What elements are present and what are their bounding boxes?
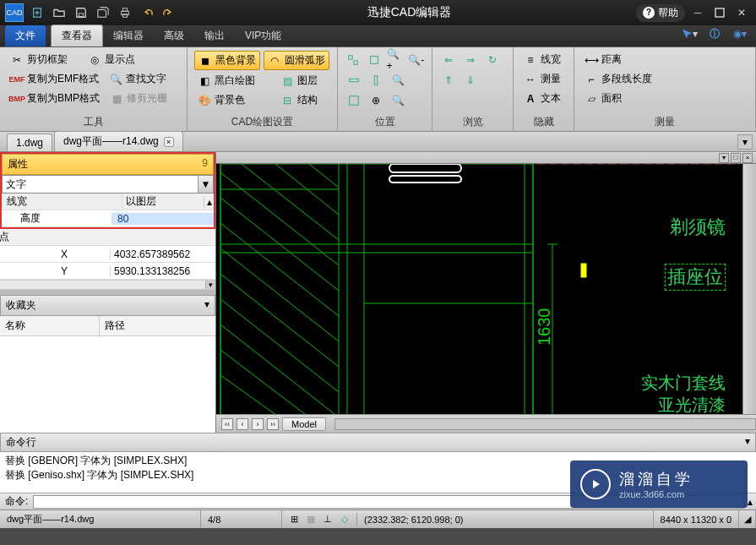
pos-btn-4[interactable]: 🔍- — [407, 51, 425, 69]
black-bg-button[interactable]: ◼黑色背景 — [194, 51, 260, 70]
height-input[interactable] — [116, 213, 214, 225]
fav-dropdown-icon[interactable]: ▾ — [204, 298, 209, 313]
layer-button[interactable]: ▤图层 — [277, 72, 321, 90]
properties-header[interactable]: 属性 9 — [2, 154, 214, 175]
model-nav-last[interactable]: ›› — [267, 418, 279, 430]
favorites-list[interactable] — [0, 336, 215, 433]
prop-row-y[interactable]: Y5930.133138256 — [0, 263, 215, 280]
pos-btn-5[interactable] — [345, 71, 363, 90]
ribbon-group-label: 隐藏 — [520, 113, 567, 131]
model-nav-first[interactable]: ‹‹ — [221, 418, 233, 430]
struct-button[interactable]: ⊟结构 — [277, 91, 321, 109]
model-tab[interactable]: Model — [282, 417, 326, 431]
fav-col-path[interactable]: 路径 — [100, 316, 130, 335]
vertical-scrollbar[interactable] — [742, 164, 756, 414]
clip-frame-button[interactable]: ✂剪切框架 — [7, 51, 71, 68]
grid-icon[interactable]: ▦ — [304, 513, 318, 526]
canvas-mini-2[interactable]: □ — [731, 153, 741, 163]
redo-button[interactable] — [160, 4, 177, 21]
menu-file[interactable]: 文件 — [5, 25, 46, 46]
bg-color-button[interactable]: 🎨背景色 — [194, 91, 248, 109]
lineweight-button[interactable]: ≡线宽 — [520, 51, 567, 68]
menu-tab-advanced[interactable]: 高级 — [154, 25, 194, 46]
snap-icon[interactable]: ⊞ — [287, 513, 301, 526]
close-button[interactable]: ✕ — [732, 4, 751, 21]
undo-button[interactable] — [139, 4, 155, 21]
menu-tab-viewer[interactable]: 查看器 — [51, 25, 103, 46]
pos-btn-2[interactable] — [366, 51, 383, 69]
measure-toggle-button[interactable]: ↔测量 — [520, 70, 567, 88]
nav-down[interactable]: ⇓ — [461, 71, 480, 90]
doc-tab-1[interactable]: 1.dwg — [7, 134, 52, 151]
pos-btn-10[interactable]: 🔍 — [389, 91, 407, 110]
fav-col-name[interactable]: 名称 — [0, 316, 100, 335]
horizontal-scrollbar[interactable] — [334, 418, 756, 430]
cmd-dropdown-icon[interactable]: ▾ — [745, 435, 750, 450]
nav-right[interactable]: ⇒ — [461, 51, 480, 69]
open-button[interactable] — [51, 4, 68, 21]
pos-btn-9[interactable]: ⊕ — [367, 91, 385, 110]
copy-emf-button[interactable]: EMF复制为EMF格式 — [7, 70, 102, 88]
help-button[interactable]: ?帮助 — [636, 4, 685, 22]
status-file: dwg平面——r14.dwg — [0, 510, 201, 528]
combo-input[interactable] — [3, 176, 198, 193]
combo-dropdown[interactable]: ▼ — [198, 176, 213, 193]
status-coords: (2332.382; 6120.998; 0) — [357, 510, 654, 528]
new-button[interactable] — [29, 4, 46, 21]
save-button[interactable] — [73, 4, 90, 21]
pos-btn-6[interactable] — [367, 71, 385, 90]
svg-rect-3 — [122, 8, 127, 12]
find-text-button[interactable]: 🔍查找文字 — [106, 70, 170, 88]
copy-bmp-button[interactable]: BMP复制为BMP格式 — [7, 90, 103, 107]
saveall-button[interactable] — [95, 4, 111, 21]
prop-section-point[interactable]: -点 — [0, 229, 215, 246]
drawing-canvas[interactable]: 1630 剃须镜 插座位 实木门套线 亚光清漆 — [216, 164, 742, 414]
status-corner[interactable]: ◢ — [739, 510, 756, 528]
doc-tab-2[interactable]: dwg平面——r14.dwg× — [54, 131, 183, 151]
nav-refresh[interactable]: ↻ — [483, 51, 502, 69]
area-button[interactable]: ▱面积 — [581, 90, 748, 107]
style-dropdown[interactable]: ▾ — [680, 25, 699, 43]
command-header[interactable]: 命令行▾ — [0, 433, 756, 452]
doctabs-dropdown[interactable]: ▾ — [737, 134, 753, 150]
smooth-arc-button[interactable]: ◠圆滑弧形 — [264, 51, 329, 70]
prop-row-lw[interactable]: 线宽以图层 ▴ — [2, 193, 214, 210]
svg-rect-11 — [350, 96, 359, 106]
prop-row-height[interactable]: 高度 — [2, 210, 214, 227]
favorites-header[interactable]: 收藏夹▾ — [0, 295, 215, 316]
grid-icon: ▦ — [110, 92, 123, 106]
pos-btn-1[interactable] — [345, 51, 362, 69]
model-nav-next[interactable]: › — [252, 418, 264, 430]
nav-left[interactable]: ⇐ — [439, 51, 458, 69]
menu-tab-vip[interactable]: VIP功能 — [235, 25, 291, 46]
about-button[interactable]: ⓘ — [705, 25, 724, 43]
canvas-mini-close[interactable]: × — [742, 153, 753, 163]
distance-button[interactable]: ⟷距离 — [581, 51, 748, 68]
pos-btn-8[interactable] — [345, 91, 363, 110]
menu-tab-editor[interactable]: 编辑器 — [103, 25, 154, 46]
emf-icon: EMF — [10, 73, 24, 86]
pos-btn-7[interactable]: 🔍 — [389, 71, 407, 90]
prop-row-x[interactable]: X4032.657389562 — [0, 246, 215, 263]
trim-raster-button[interactable]: ▦修剪光栅 — [106, 90, 171, 107]
bw-draw-button[interactable]: ◧黑白绘图 — [194, 72, 258, 90]
print-button[interactable] — [117, 4, 133, 21]
nav-up[interactable]: ⇑ — [439, 71, 458, 90]
model-nav-prev[interactable]: ‹ — [237, 418, 248, 430]
pos-btn-3[interactable]: 🔍+ — [387, 51, 405, 69]
canvas-mini-1[interactable]: ▾ — [719, 153, 729, 163]
palette-icon: 🎨 — [198, 94, 211, 107]
maximize-button[interactable] — [710, 4, 729, 21]
ortho-icon[interactable]: ⊥ — [321, 513, 334, 526]
show-point-button[interactable]: ◎显示点 — [84, 51, 139, 68]
text-toggle-button[interactable]: A文本 — [520, 90, 567, 107]
minimize-button[interactable]: ─ — [688, 4, 707, 21]
polylen-button[interactable]: ⌐多段线长度 — [581, 70, 748, 88]
canvas-wrap: ▾□× — [216, 152, 756, 433]
menu-tab-output[interactable]: 输出 — [194, 25, 235, 46]
object-type-combo[interactable]: ▼ — [2, 175, 214, 193]
close-tab-icon[interactable]: × — [164, 137, 174, 147]
command-prompt: 命令: — [0, 494, 33, 509]
menu-help-button[interactable]: ◉▾ — [731, 25, 749, 43]
osnap-icon[interactable]: ◇ — [338, 513, 351, 526]
